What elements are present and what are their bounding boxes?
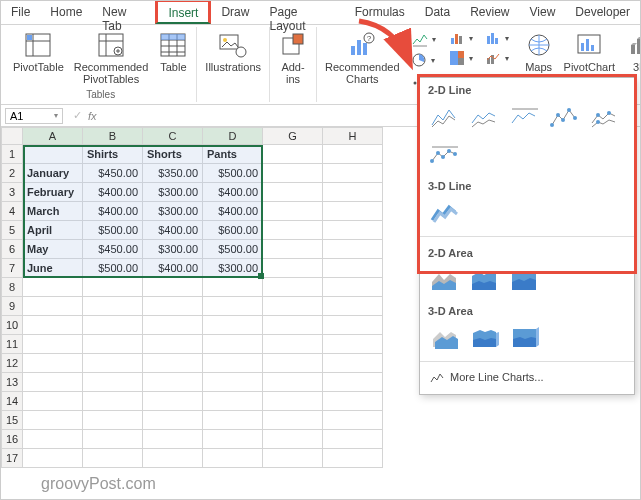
row-header[interactable]: 1 [1, 145, 23, 164]
cell[interactable] [323, 373, 383, 392]
cell[interactable] [143, 411, 203, 430]
cell[interactable] [23, 449, 83, 468]
cell[interactable]: $350.00 [143, 164, 203, 183]
cell[interactable] [263, 373, 323, 392]
thumb-3d-line[interactable] [428, 198, 462, 228]
cell[interactable] [203, 354, 263, 373]
cell[interactable]: May [23, 240, 83, 259]
tab-draw[interactable]: Draw [211, 1, 259, 24]
thumb-area[interactable] [428, 265, 462, 295]
cell[interactable] [263, 411, 323, 430]
tab-view[interactable]: View [520, 1, 566, 24]
cell[interactable]: February [23, 183, 83, 202]
row-header[interactable]: 2 [1, 164, 23, 183]
cell[interactable] [263, 240, 323, 259]
cell[interactable]: March [23, 202, 83, 221]
cell[interactable] [83, 335, 143, 354]
cell[interactable] [143, 354, 203, 373]
recommended-charts-button[interactable]: ? Recommended Charts [323, 29, 402, 87]
cell[interactable] [263, 221, 323, 240]
cell[interactable] [143, 449, 203, 468]
tab-developer[interactable]: Developer [565, 1, 640, 24]
thumb-line[interactable] [428, 102, 462, 132]
cell[interactable] [23, 392, 83, 411]
tab-formulas[interactable]: Formulas [345, 1, 415, 24]
cell[interactable]: Pants [203, 145, 263, 164]
cell[interactable] [23, 354, 83, 373]
recommended-pivottables-button[interactable]: Recommended PivotTables [72, 29, 151, 87]
combo-chart-dropdown[interactable] [482, 49, 512, 67]
cell[interactable] [263, 449, 323, 468]
cell[interactable] [323, 335, 383, 354]
stat-chart-dropdown[interactable] [482, 29, 512, 47]
tab-data[interactable]: Data [415, 1, 460, 24]
cell[interactable]: $400.00 [203, 183, 263, 202]
row-header[interactable]: 13 [1, 373, 23, 392]
cell[interactable] [323, 411, 383, 430]
cell[interactable] [263, 183, 323, 202]
line-chart-dropdown[interactable] [408, 29, 440, 49]
cell[interactable] [263, 430, 323, 449]
cell[interactable] [83, 411, 143, 430]
cell[interactable] [203, 411, 263, 430]
name-box[interactable]: A1▾ [5, 108, 63, 124]
cell[interactable] [143, 392, 203, 411]
cell[interactable] [263, 335, 323, 354]
cell[interactable]: $300.00 [143, 183, 203, 202]
col-header-c[interactable]: C [143, 127, 203, 145]
cell[interactable] [23, 316, 83, 335]
cell[interactable]: $600.00 [203, 221, 263, 240]
cell[interactable] [83, 449, 143, 468]
bar-chart-dropdown[interactable] [446, 29, 476, 47]
cell[interactable]: $300.00 [203, 259, 263, 278]
cell[interactable]: June [23, 259, 83, 278]
cell[interactable] [263, 278, 323, 297]
cell[interactable] [23, 411, 83, 430]
cell[interactable] [23, 430, 83, 449]
cell[interactable]: $400.00 [83, 202, 143, 221]
thumb-3d-stacked-area[interactable] [468, 323, 502, 353]
cell[interactable]: April [23, 221, 83, 240]
thumb-100-stacked-line[interactable] [508, 102, 542, 132]
cell[interactable] [263, 392, 323, 411]
cell[interactable] [83, 430, 143, 449]
thumb-stacked-area[interactable] [468, 265, 502, 295]
cell[interactable]: $300.00 [143, 240, 203, 259]
cell[interactable] [203, 297, 263, 316]
cell[interactable] [323, 392, 383, 411]
cell[interactable] [323, 221, 383, 240]
pivot-chart-button[interactable]: PivotChart [562, 29, 617, 75]
cell[interactable]: $400.00 [143, 259, 203, 278]
row-header[interactable]: 9 [1, 297, 23, 316]
cell[interactable]: $400.00 [143, 221, 203, 240]
addins-button[interactable]: Add- ins [276, 29, 310, 87]
cell[interactable] [203, 316, 263, 335]
cell[interactable] [263, 145, 323, 164]
cell[interactable] [203, 449, 263, 468]
cell[interactable] [83, 297, 143, 316]
cell[interactable] [323, 240, 383, 259]
row-header[interactable]: 6 [1, 240, 23, 259]
cell[interactable]: $500.00 [83, 221, 143, 240]
cell[interactable] [83, 373, 143, 392]
tab-newtab[interactable]: New Tab [92, 1, 157, 24]
more-line-charts-link[interactable]: More Line Charts... [420, 366, 634, 388]
col-header-a[interactable]: A [23, 127, 83, 145]
three-d-button[interactable]: 3D [623, 29, 641, 75]
fx-cancel-icon[interactable]: ✓ [73, 109, 82, 122]
tab-review[interactable]: Review [460, 1, 519, 24]
row-header[interactable]: 16 [1, 430, 23, 449]
cell[interactable] [323, 164, 383, 183]
row-header[interactable]: 17 [1, 449, 23, 468]
cell[interactable]: $400.00 [83, 183, 143, 202]
cell[interactable] [263, 297, 323, 316]
table-button[interactable]: Table [156, 29, 190, 75]
pie-chart-dropdown[interactable] [408, 51, 440, 69]
tab-insert[interactable]: Insert [155, 0, 211, 24]
cell[interactable] [323, 430, 383, 449]
cell[interactable] [263, 316, 323, 335]
cell[interactable] [83, 354, 143, 373]
cell[interactable]: $500.00 [203, 164, 263, 183]
cell[interactable] [323, 354, 383, 373]
cell[interactable]: $450.00 [83, 240, 143, 259]
